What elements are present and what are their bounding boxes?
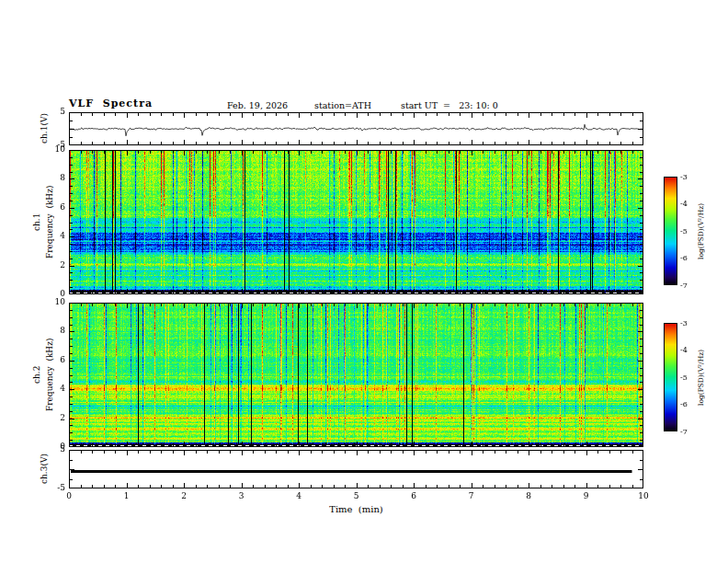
start-ut-annotation: start UT = 23: 10: 0 bbox=[401, 100, 498, 110]
colorbar-tick-label: -5 bbox=[680, 227, 697, 236]
x-tick-label: 1 bbox=[117, 491, 137, 500]
x-tick-label: 5 bbox=[347, 491, 367, 500]
ch1-waveform-plot bbox=[69, 112, 643, 145]
ch2-frequency-axis-label: Frequency (kHz) bbox=[44, 303, 55, 447]
figure-title: VLF Spectra bbox=[69, 98, 153, 109]
ch3-voltage-axis-label: ch.3(V) bbox=[39, 450, 50, 488]
ch2-channel-label: ch.2 bbox=[31, 303, 42, 447]
x-tick-label: 4 bbox=[289, 491, 309, 500]
ch1-spectrogram bbox=[69, 150, 643, 294]
x-tick-label: 0 bbox=[59, 491, 79, 500]
ch2-spectrogram bbox=[69, 303, 643, 447]
colorbar-tick-label: -6 bbox=[680, 254, 697, 262]
date-annotation: Feb. 19, 2026 bbox=[227, 100, 288, 110]
vlf-spectra-figure: VLF Spectra Feb. 19, 2026 station=ATH st… bbox=[0, 0, 728, 563]
colorbar-tick-label: -5 bbox=[680, 373, 697, 382]
station-annotation: station=ATH bbox=[314, 100, 371, 110]
colorbar-tick-label: -3 bbox=[680, 173, 697, 181]
x-tick-label: 3 bbox=[232, 491, 252, 500]
colorbar-tick-label: -7 bbox=[680, 428, 697, 436]
colorbar-tick-label: -6 bbox=[680, 400, 697, 408]
colorbar-tick-label: -7 bbox=[680, 282, 697, 290]
x-tick-label: 6 bbox=[404, 491, 424, 500]
x-tick-label: 2 bbox=[174, 491, 194, 500]
ch1-voltage-axis-label: ch.1(V) bbox=[39, 112, 50, 145]
colorbar-tick-label: -3 bbox=[680, 319, 697, 327]
x-tick-label: 7 bbox=[461, 491, 482, 500]
ch3-trace-plot bbox=[69, 450, 643, 488]
colorbar-ch2-label: log(PSD)(V²/Hz) bbox=[696, 321, 707, 433]
ch1-frequency-axis-label: Frequency (kHz) bbox=[44, 150, 55, 294]
x-tick-label: 10 bbox=[633, 491, 654, 500]
colorbar-ch1-label: log(PSD)(V²/Hz) bbox=[696, 175, 707, 287]
x-tick-label: 8 bbox=[518, 491, 539, 500]
colorbar-ch1 bbox=[664, 177, 677, 285]
colorbar-tick-label: -4 bbox=[680, 200, 697, 208]
colorbar-tick-label: -4 bbox=[680, 346, 697, 354]
x-tick-label: 9 bbox=[576, 491, 597, 500]
time-axis-label: Time (min) bbox=[69, 504, 643, 514]
ch1-channel-label: ch.1 bbox=[31, 150, 42, 294]
colorbar-ch2 bbox=[664, 323, 677, 431]
